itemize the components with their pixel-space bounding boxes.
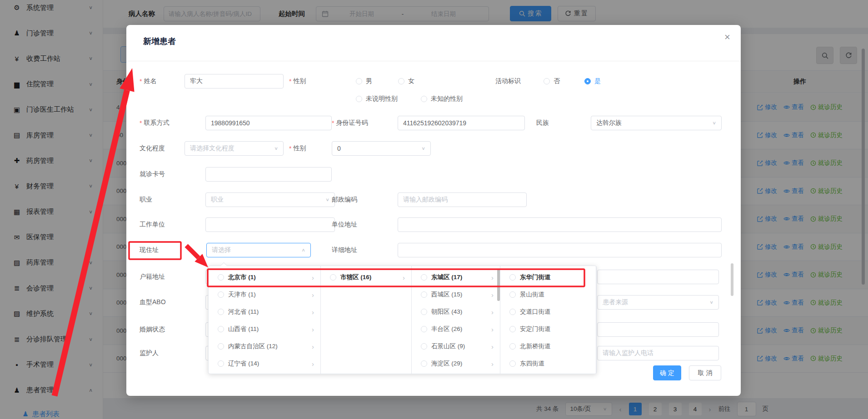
modal-scrollbar[interactable]: [731, 263, 733, 296]
name-input[interactable]: 牢大: [185, 74, 284, 89]
radio-icon: [356, 78, 362, 84]
cascader-option[interactable]: 丰台区 (26) ›: [412, 320, 500, 338]
guardian-label: 监护人: [140, 346, 159, 360]
cascader-option[interactable]: 西城区 (15) ›: [412, 286, 500, 303]
gender-code-select[interactable]: 0∨: [332, 141, 431, 156]
marital-extra-input[interactable]: [597, 322, 719, 337]
chevron-right-icon: ›: [312, 360, 314, 368]
radio-icon: [509, 309, 516, 315]
radio-icon: [218, 309, 224, 315]
card-no-label: 就诊卡号: [140, 167, 165, 182]
close-icon[interactable]: ×: [724, 31, 730, 43]
chevron-down-icon: ∨: [274, 146, 278, 151]
guardian-phone-input[interactable]: 请输入监护人电话: [597, 346, 719, 360]
cascader-option[interactable]: 东华门街道: [500, 269, 596, 286]
radio-icon: [218, 274, 224, 281]
cascader-option[interactable]: 交道口街道: [500, 303, 596, 320]
address-cascader-dropdown: 北京市 (1) › 天津市 (1) › 河北省 (11) › 山西省 (11) …: [208, 266, 597, 374]
cascader-option[interactable]: 景山街道: [500, 286, 596, 303]
chevron-right-icon: ›: [403, 274, 405, 281]
chevron-down-icon: ∨: [709, 300, 713, 305]
confirm-button[interactable]: 确 定: [653, 365, 681, 380]
radio-icon: [509, 291, 516, 298]
current-address-label: 现住址: [140, 243, 159, 257]
cascader-option[interactable]: 山西省 (11) ›: [209, 320, 320, 338]
id-number-label: 身份证号码: [332, 116, 368, 130]
education-label: 文化程度: [140, 141, 165, 156]
detail-address-input[interactable]: [398, 243, 722, 257]
cascader-city-column: 市辖区 (16) ›: [321, 266, 412, 374]
chevron-down-icon: ∨: [712, 120, 716, 125]
cascader-option[interactable]: 朝阳区 (43) ›: [412, 303, 500, 320]
household-address-label: 户籍地址: [140, 270, 165, 284]
cascader-option[interactable]: 市辖区 (16) ›: [321, 269, 411, 286]
cascader-option[interactable]: 辽宁省 (14) ›: [209, 355, 320, 372]
cascader-option[interactable]: 北京市 (1) ›: [209, 269, 320, 286]
radio-icon: [421, 326, 427, 332]
radio-icon: [218, 326, 224, 332]
detail-address-label: 详细地址: [332, 243, 357, 257]
chevron-right-icon: ›: [491, 343, 494, 350]
chevron-right-icon: ›: [312, 325, 314, 333]
patient-source-select[interactable]: 患者来源∨: [597, 295, 719, 310]
radio-icon: [398, 78, 404, 84]
name-label: 姓名: [140, 74, 156, 89]
blood-type-label: 血型ABO: [140, 295, 166, 310]
chevron-right-icon: ›: [491, 360, 494, 368]
id-number-input[interactable]: 411625192602039719: [398, 116, 525, 130]
cascader-scrollbar[interactable]: [497, 269, 500, 301]
chevron-right-icon: ›: [491, 308, 494, 316]
occupation-select[interactable]: 职业∨: [205, 192, 335, 207]
radio-icon: [218, 343, 224, 350]
postcode-label: 邮政编码: [332, 192, 357, 207]
radio-icon: [509, 274, 516, 281]
chevron-right-icon: ›: [312, 343, 314, 350]
chevron-right-icon: ›: [491, 325, 494, 333]
gender-radio-male[interactable]: 男: [356, 74, 372, 89]
radio-checked-icon: [584, 78, 591, 84]
gender-radio-unspecified[interactable]: 未说明性别: [356, 94, 398, 104]
gender-code-label: 性别: [289, 141, 306, 156]
marital-status-label: 婚姻状态: [140, 322, 165, 337]
radio-icon: [421, 360, 427, 367]
cancel-button[interactable]: 取 消: [689, 365, 721, 380]
gender-label: 性别: [289, 74, 306, 89]
work-unit-label: 工作单位: [140, 217, 165, 232]
cascader-option[interactable]: 海淀区 (29) ›: [412, 355, 500, 372]
gender-radio-female[interactable]: 女: [398, 74, 414, 89]
occupation-label: 职业: [140, 192, 152, 207]
ethnicity-label: 民族: [536, 116, 549, 130]
chevron-right-icon: ›: [491, 291, 494, 299]
cascader-option[interactable]: 内蒙古自治区 (12) ›: [209, 338, 320, 355]
cascader-option[interactable]: 东四街道: [500, 355, 596, 372]
active-flag-radio-no[interactable]: 否: [544, 74, 560, 89]
active-flag-label: 活动标识: [495, 74, 521, 89]
cascader-district-column: 东城区 (17) › 西城区 (15) › 朝阳区 (43) › 丰台区 (26…: [412, 266, 500, 374]
chevron-up-icon: ∧: [301, 247, 305, 252]
cascader-option[interactable]: 北新桥街道: [500, 338, 596, 355]
radio-icon: [218, 360, 224, 367]
unit-address-input[interactable]: [398, 217, 722, 232]
contact-label: 联系方式: [140, 116, 169, 130]
ethnicity-select[interactable]: 达斡尔族∨: [591, 116, 722, 130]
unit-address-label: 单位地址: [332, 217, 357, 232]
current-address-cascader[interactable]: 请选择∧: [206, 243, 311, 257]
chevron-right-icon: ›: [312, 308, 314, 316]
work-unit-input[interactable]: [205, 217, 335, 232]
postcode-input[interactable]: 请输入邮政编码: [398, 192, 527, 207]
cascader-option[interactable]: 安定门街道: [500, 320, 596, 338]
active-flag-radio-yes[interactable]: 是: [584, 74, 601, 89]
radio-icon: [218, 291, 224, 298]
gender-radio-unknown[interactable]: 未知的性别: [421, 94, 463, 104]
chevron-right-icon: ›: [491, 274, 494, 281]
cascader-province-column: 北京市 (1) › 天津市 (1) › 河北省 (11) › 山西省 (11) …: [209, 266, 321, 374]
household-detail-input[interactable]: [597, 270, 719, 284]
chevron-right-icon: ›: [312, 274, 314, 281]
education-select[interactable]: 请选择文化程度∨: [185, 141, 284, 156]
card-no-input[interactable]: [205, 167, 332, 182]
cascader-option[interactable]: 河北省 (11) ›: [209, 303, 320, 320]
cascader-option[interactable]: 东城区 (17) ›: [412, 269, 500, 286]
cascader-option[interactable]: 石景山区 (9) ›: [412, 338, 500, 355]
contact-input[interactable]: 19880991650: [205, 116, 332, 130]
cascader-option[interactable]: 天津市 (1) ›: [209, 286, 320, 303]
